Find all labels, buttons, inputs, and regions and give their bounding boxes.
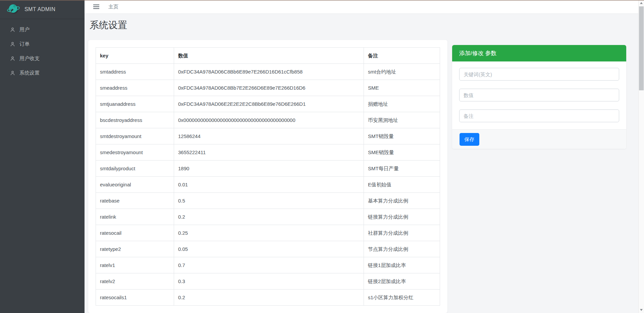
param-value-cell: 0.2	[174, 289, 364, 306]
table-row: smtdailyproduct1890SMT每日产量	[96, 161, 440, 177]
param-value-cell: 0x00000000000000000000000000000000000000…	[174, 112, 364, 128]
column-header: key	[96, 48, 174, 64]
param-value-cell: 0xFDC34A978AD06C8Bb6E89e7E266D16D61cCfb8…	[174, 64, 364, 80]
keyword-input[interactable]	[459, 68, 619, 81]
sidebar-item-orders[interactable]: 订单	[0, 37, 85, 51]
remark-input[interactable]	[459, 109, 619, 122]
app-screen: SMT ADMIN 用户订单用户收支系统设置 主页 系统设置 key数值备注 s…	[0, 0, 644, 313]
value-input[interactable]	[459, 89, 619, 101]
param-value-cell: 3655222411	[174, 144, 364, 161]
param-remark-cell: 链接1层加成比率	[364, 257, 440, 273]
param-remark-cell: SMT每日产量	[364, 161, 440, 177]
sidebar-item-label: 用户	[19, 27, 30, 33]
param-key-cell: smeaddress	[96, 80, 174, 96]
param-value-cell: 0.25	[174, 225, 364, 241]
param-value-cell: 0.2	[174, 209, 364, 225]
scrollbar-thumb[interactable]	[639, 6, 644, 90]
app-logo-icon	[7, 3, 20, 16]
param-key-cell: ratelink	[96, 209, 174, 225]
app-title: SMT ADMIN	[24, 6, 55, 12]
table-row: ratelv20.3链接2层加成比率	[96, 273, 440, 289]
table-row: ratelink0.2链接算力分成比例	[96, 209, 440, 225]
scroll-up-icon[interactable]	[640, 2, 643, 4]
param-remark-cell: 币安黑洞地址	[364, 112, 440, 128]
param-key-cell: ratelv1	[96, 257, 174, 273]
param-key-cell: ratebase	[96, 193, 174, 209]
param-key-cell: smtdailyproduct	[96, 161, 174, 177]
table-row: smtjuanaddress0xFDC34A978AD06E2E2E2E2C8B…	[96, 96, 440, 112]
table-row: ratelv10.7链接1层加成比率	[96, 257, 440, 273]
param-key-cell: ratesocails1	[96, 289, 174, 306]
table-row: ratetype20.05节点算力分成比例	[96, 241, 440, 257]
save-button[interactable]: 保存	[460, 133, 479, 146]
menu-toggle-icon[interactable]	[93, 4, 99, 9]
settings-table: key数值备注 smtaddress0xFDC34A978AD06C8Bb6E8…	[96, 47, 440, 306]
page-scrollbar[interactable]	[638, 0, 644, 313]
sidebar-item-system-settings[interactable]: 系统设置	[0, 66, 85, 80]
settings-table-card: key数值备注 smtaddress0xFDC34A978AD06C8Bb6E8…	[88, 40, 447, 313]
column-header: 数值	[174, 48, 364, 64]
param-key-cell: smtdestroyamount	[96, 128, 174, 144]
form-footer: 保存	[452, 129, 626, 149]
param-remark-cell: SMT销毁量	[364, 128, 440, 144]
param-key-cell: smedestroyamount	[96, 144, 174, 161]
param-remark-cell: 链接算力分成比例	[364, 209, 440, 225]
form-card-title: 添加/修改 参数	[452, 45, 626, 61]
param-key-cell: ratelv2	[96, 273, 174, 289]
sidebar-menu: 用户订单用户收支系统设置	[0, 19, 85, 80]
param-key-cell: ratetype2	[96, 241, 174, 257]
sidebar: SMT ADMIN 用户订单用户收支系统设置	[0, 0, 85, 313]
table-row: evalueoriginal0.01E值初始值	[96, 177, 440, 193]
param-value-cell: 0xFDC34A978AD06E2E2E2E2C8Bb6E89e76D6E266…	[174, 96, 364, 112]
param-key-cell: bscdestroyaddress	[96, 112, 174, 128]
table-row: ratesocail0.25社群算力分成比例	[96, 225, 440, 241]
param-key-cell: smtjuanaddress	[96, 96, 174, 112]
table-row: smtaddress0xFDC34A978AD06C8Bb6E89e7E266D…	[96, 64, 440, 80]
param-key-cell: evalueoriginal	[96, 177, 174, 193]
param-remark-cell: s1小区算力加权分红	[364, 289, 440, 306]
param-value-cell: 1890	[174, 161, 364, 177]
table-header-row: key数值备注	[96, 48, 440, 64]
user-icon	[10, 70, 15, 76]
table-row: bscdestroyaddress0x000000000000000000000…	[96, 112, 440, 128]
param-value-cell: 12586244	[174, 128, 364, 144]
param-remark-cell: SME销毁量	[364, 144, 440, 161]
param-remark-cell: 社群算力分成比例	[364, 225, 440, 241]
topbar: 主页	[85, 0, 644, 14]
user-icon	[10, 41, 15, 47]
param-value-cell: 0.01	[174, 177, 364, 193]
param-value-cell: 0.3	[174, 273, 364, 289]
add-edit-param-card: 添加/修改 参数 保存	[452, 45, 626, 149]
param-remark-cell: 节点算力分成比例	[364, 241, 440, 257]
user-icon	[10, 56, 15, 61]
column-header: 备注	[364, 48, 440, 64]
param-remark-cell: 链接2层加成比率	[364, 273, 440, 289]
param-remark-cell: SME	[364, 80, 440, 96]
breadcrumb-home[interactable]: 主页	[108, 4, 118, 10]
cards-row: key数值备注 smtaddress0xFDC34A978AD06C8Bb6E8…	[88, 40, 639, 313]
user-icon	[10, 27, 15, 33]
param-value-cell: 0.05	[174, 241, 364, 257]
param-remark-cell: E值初始值	[364, 177, 440, 193]
sidebar-item-label: 订单	[19, 41, 30, 47]
scroll-down-icon[interactable]	[640, 309, 643, 311]
main-area: 主页 系统设置 key数值备注 smtaddress0xFDC34A978AD0…	[85, 0, 644, 313]
sidebar-item-label: 用户收支	[19, 55, 40, 62]
param-remark-cell: smt合约地址	[364, 64, 440, 80]
param-remark-cell: 基本算力分成比例	[364, 193, 440, 209]
sidebar-item-users[interactable]: 用户	[0, 23, 85, 37]
table-row: ratesocails10.2s1小区算力加权分红	[96, 289, 440, 306]
table-row: ratebase0.5基本算力分成比例	[96, 193, 440, 209]
form-body	[452, 61, 626, 129]
table-row: smedestroyamount3655222411SME销毁量	[96, 144, 440, 161]
param-value-cell: 0.5	[174, 193, 364, 209]
param-remark-cell: 捐赠地址	[364, 96, 440, 112]
sidebar-item-user-finance[interactable]: 用户收支	[0, 51, 85, 66]
param-value-cell: 0xFDC34A978AD06C8Bb7E2E266D6E89e7E266D16…	[174, 80, 364, 96]
param-key-cell: smtaddress	[96, 64, 174, 80]
page-content: 系统设置 key数值备注 smtaddress0xFDC34A978AD06C8…	[85, 14, 644, 313]
page-title: 系统设置	[90, 19, 639, 31]
param-value-cell: 0.7	[174, 257, 364, 273]
table-row: smeaddress0xFDC34A978AD06C8Bb7E2E266D6E8…	[96, 80, 440, 96]
param-key-cell: ratesocail	[96, 225, 174, 241]
